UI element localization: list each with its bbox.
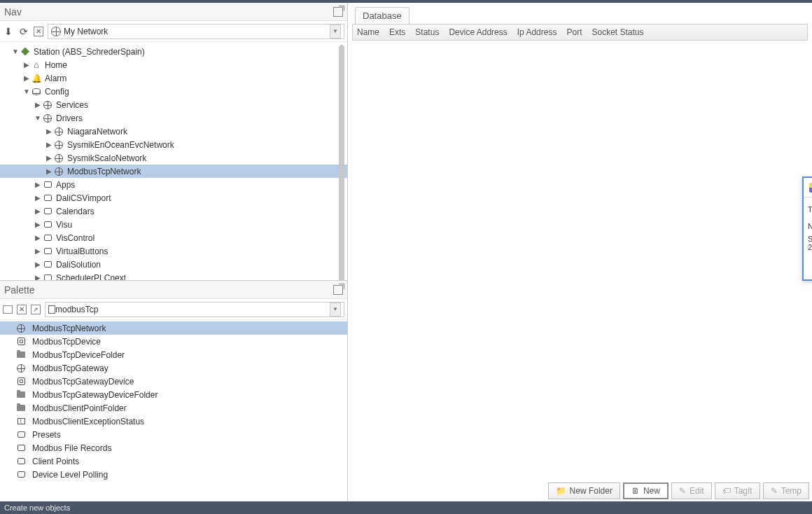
tree-row[interactable]: ▶Apps — [0, 178, 347, 191]
globe-icon — [53, 153, 64, 164]
tree-row[interactable]: ▶Calendars — [0, 204, 347, 218]
scrollbar[interactable] — [339, 45, 344, 280]
refresh-icon[interactable]: ⟳ — [18, 26, 29, 37]
box-icon — [15, 469, 27, 480]
chevron-down-icon[interactable]: ▼ — [22, 88, 31, 95]
chevron-down-icon[interactable]: ▼ — [11, 48, 20, 55]
palette-label: Device Level Polling — [32, 470, 108, 480]
chevron-down-icon[interactable]: ▼ — [330, 303, 341, 317]
tree-row[interactable]: ▼Config — [0, 85, 347, 98]
new-folder-button[interactable]: 📁New Folder — [548, 482, 620, 499]
tree-row[interactable]: ▼Drivers — [0, 111, 347, 125]
column-header[interactable]: Socket Status — [592, 27, 643, 37]
chevron-right-icon[interactable]: ▶ — [34, 207, 42, 215]
popout-icon[interactable] — [333, 7, 343, 17]
palette-row[interactable]: ▶ModbusTcpDeviceFolder — [0, 348, 347, 361]
palette-label: ModbusTcpGatewayDeviceFolder — [32, 390, 158, 400]
number-label: Number to Add — [808, 222, 812, 230]
down-arrow-icon[interactable]: ⬇ — [3, 26, 14, 37]
chevron-right-icon[interactable]: ▶ — [22, 74, 31, 82]
palette-label: ModbusTcpGateway — [32, 363, 108, 373]
tree-row[interactable]: ▶SysmikScaIoNetwork — [0, 151, 347, 165]
network-select[interactable]: My Network ▼ — [48, 24, 344, 39]
chevron-right-icon[interactable]: ▶ — [45, 127, 53, 135]
column-header[interactable]: Ip Address — [517, 27, 557, 37]
column-header[interactable]: Name — [357, 27, 379, 37]
export-icon[interactable]: ↗ — [31, 305, 41, 314]
chevron-right-icon[interactable]: ▶ — [45, 141, 53, 148]
palette-row[interactable]: ▶Presets — [0, 428, 347, 441]
box-icon — [42, 272, 53, 281]
tree-label: VisControl — [56, 233, 94, 243]
tab-database[interactable]: Database — [355, 7, 410, 24]
chevron-right-icon[interactable]: ▶ — [34, 101, 42, 109]
table-header[interactable]: NameExtsStatusDevice AddressIp AddressPo… — [352, 24, 808, 41]
tagit-button[interactable]: 🏷TagIt — [715, 482, 760, 499]
chevron-right-icon[interactable]: ▶ — [34, 234, 42, 242]
edit-button[interactable]: ✎Edit — [671, 482, 712, 499]
temp-button[interactable]: ✎Temp — [763, 482, 809, 499]
tree-row[interactable]: ▶SchedulerPLCnext — [0, 271, 347, 280]
palette-search-value: modbusTcp — [55, 305, 98, 314]
column-header[interactable]: Port — [566, 27, 582, 37]
palette-select[interactable]: modbusTcp ▼ — [45, 302, 344, 317]
home-icon: ⌂ — [31, 60, 42, 71]
tree-label: Config — [45, 87, 69, 97]
box-icon — [15, 456, 27, 467]
palette-row[interactable]: ▶ModbusTcpGatewayDeviceFolder — [0, 388, 347, 401]
nav-tree[interactable]: ▼Station (ABS_SchrederSpain)▶⌂Home▶🔔Alar… — [0, 42, 347, 280]
type-label: Type to Add — [808, 205, 812, 214]
tree-row[interactable]: ▶SysmikEnOceanEvcNetwork — [0, 138, 347, 151]
close-box-icon[interactable]: ✕ — [34, 27, 43, 36]
tree-label: Alarm — [45, 74, 66, 83]
palette-row[interactable]: ▶Client Points — [0, 454, 347, 468]
chevron-down-icon[interactable]: ▼ — [34, 114, 42, 122]
tree-row[interactable]: ▶DaliCSVimport — [0, 191, 347, 204]
tree-row[interactable]: ▼Station (ABS_SchrederSpain) — [0, 45, 347, 58]
palette-row[interactable]: ▶ModbusTcpGatewayDevice — [0, 375, 347, 388]
popout-icon[interactable] — [333, 285, 343, 295]
tree-row[interactable]: ▶🔔Alarm — [0, 71, 347, 85]
network-label: My Network — [64, 27, 108, 36]
tree-row[interactable]: ▶Visu — [0, 218, 347, 231]
chevron-right-icon[interactable]: ▶ — [45, 167, 53, 175]
chevron-right-icon[interactable]: ▶ — [22, 61, 31, 69]
chevron-right-icon[interactable]: ▶ — [34, 274, 42, 280]
globe-icon — [53, 166, 64, 177]
box-icon — [42, 179, 53, 190]
status-text: Create new objects — [4, 503, 70, 512]
tree-row[interactable]: ▶NiagaraNetwork — [0, 125, 347, 138]
chevron-right-icon[interactable]: ▶ — [34, 181, 42, 188]
chevron-right-icon[interactable]: ▶ — [34, 247, 42, 255]
palette-row[interactable]: ▶Modbus File Records — [0, 441, 347, 454]
palette-row[interactable]: ▶ModbusTcpNetwork — [0, 321, 347, 335]
tree-row[interactable]: ▶Services — [0, 98, 347, 111]
tree-row[interactable]: ▶DaliSolution — [0, 258, 347, 271]
chevron-right-icon[interactable]: ▶ — [34, 221, 42, 228]
tree-row[interactable]: ▶⌂Home — [0, 58, 347, 71]
column-header[interactable]: Device Address — [449, 27, 507, 37]
tree-label: ModbusTcpNetwork — [67, 167, 141, 176]
tree-row[interactable]: ▶ModbusTcpNetwork — [0, 165, 347, 178]
palette-row[interactable]: ▶Device Level Polling — [0, 468, 347, 481]
table-body[interactable] — [348, 41, 812, 480]
tree-row[interactable]: ▶VirtualButtons — [0, 244, 347, 258]
close-box-icon[interactable]: ✕ — [17, 305, 27, 314]
palette-row[interactable]: ▶ModbusClientPointFolder — [0, 401, 347, 415]
tree-label: Apps — [56, 180, 75, 190]
column-header[interactable]: Status — [415, 27, 439, 37]
palette-row[interactable]: ▶ModbusTcpDevice — [0, 335, 347, 348]
column-header[interactable]: Exts — [389, 27, 405, 37]
box-icon — [42, 259, 53, 270]
tree-row[interactable]: ▶VisControl — [0, 231, 347, 244]
new-button[interactable]: 🗎New — [623, 482, 668, 499]
chevron-down-icon[interactable]: ▼ — [330, 25, 341, 39]
chevron-right-icon[interactable]: ▶ — [34, 194, 42, 202]
folder-icon[interactable] — [3, 305, 13, 314]
palette-row[interactable]: ▶ModbusTcpGateway — [0, 361, 347, 375]
palette-row[interactable]: ▶ModbusClientExceptionStatus — [0, 415, 347, 428]
chevron-right-icon[interactable]: ▶ — [34, 261, 42, 268]
chevron-right-icon[interactable]: ▶ — [45, 154, 53, 162]
box-icon — [42, 232, 53, 244]
palette-list[interactable]: ▶ModbusTcpNetwork▶ModbusTcpDevice▶Modbus… — [0, 320, 347, 501]
